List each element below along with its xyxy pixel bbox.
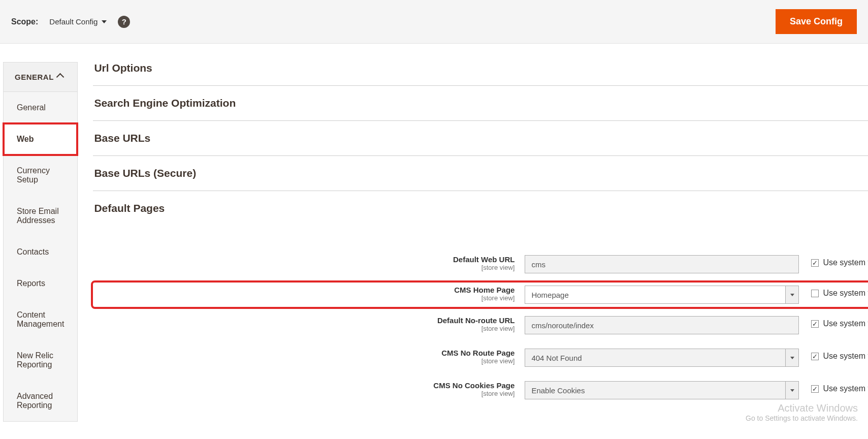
select-value: Homepage bbox=[531, 291, 568, 299]
caret-down-icon bbox=[102, 20, 107, 23]
section-base-urls-secure[interactable]: Base URLs (Secure) bbox=[93, 156, 868, 191]
cms-noroute-page-select: 404 Not Found bbox=[525, 349, 799, 367]
use-system-label: Use system value bbox=[823, 319, 868, 328]
section-title: Default Pages bbox=[94, 202, 165, 214]
default-web-url-input bbox=[525, 255, 799, 273]
section-url-options[interactable]: Url Options bbox=[93, 62, 868, 86]
save-config-button[interactable]: Save Config bbox=[776, 9, 857, 34]
use-system-wrap[interactable]: Use system value bbox=[799, 381, 868, 393]
select-caret bbox=[785, 382, 798, 399]
field-scope: [store view] bbox=[93, 357, 515, 365]
field-scope: [store view] bbox=[93, 390, 515, 397]
section-title: Search Engine Optimization bbox=[94, 97, 236, 109]
scope-value: Default Config bbox=[49, 17, 98, 26]
use-system-label: Use system value bbox=[823, 289, 868, 298]
select-caret bbox=[785, 286, 798, 303]
use-system-label: Use system value bbox=[823, 258, 868, 267]
cms-home-page-select[interactable]: Homepage bbox=[525, 286, 799, 304]
section-title: Base URLs (Secure) bbox=[94, 167, 196, 179]
help-icon[interactable]: ? bbox=[118, 16, 130, 28]
caret-down-icon bbox=[790, 389, 794, 392]
row-default-web-url: Default Web URL [store view] Use system … bbox=[93, 250, 868, 283]
sidebar-item-web[interactable]: Web bbox=[4, 123, 77, 155]
select-value: 404 Not Found bbox=[531, 354, 582, 362]
sidebar-item-reports[interactable]: Reports bbox=[4, 268, 77, 299]
field-input-wrap: Homepage bbox=[525, 286, 799, 304]
use-system-wrap[interactable]: Use system value bbox=[799, 255, 868, 267]
field-label-wrap: CMS No Cookies Page [store view] bbox=[93, 381, 525, 397]
main-panel: Url Options Search Engine Optimization B… bbox=[78, 62, 868, 411]
select-caret bbox=[785, 349, 798, 366]
select-value: Enable Cookies bbox=[531, 386, 585, 395]
use-system-checkbox[interactable] bbox=[811, 290, 819, 297]
sidebar-item-general[interactable]: General bbox=[4, 92, 77, 123]
default-pages-form: Default Web URL [store view] Use system … bbox=[93, 226, 868, 411]
section-title: Base URLs bbox=[94, 132, 150, 144]
sidebar: GENERAL General Web Currency Setup Store… bbox=[0, 62, 78, 422]
scope-select[interactable]: Default Config bbox=[49, 17, 107, 26]
field-scope: [store view] bbox=[93, 325, 515, 332]
section-default-pages[interactable]: Default Pages bbox=[93, 191, 868, 226]
field-label-wrap: CMS Home Page [store view] bbox=[93, 286, 525, 302]
sidebar-items: General Web Currency Setup Store Email A… bbox=[3, 92, 78, 422]
field-label-wrap: Default Web URL [store view] bbox=[93, 255, 525, 271]
content-wrap: GENERAL General Web Currency Setup Store… bbox=[0, 44, 868, 422]
use-system-checkbox[interactable] bbox=[811, 385, 819, 393]
field-label: Default Web URL bbox=[93, 255, 515, 264]
row-cms-noroute-page: CMS No Route Page [store view] 404 Not F… bbox=[93, 343, 868, 376]
field-label: CMS No Cookies Page bbox=[93, 381, 515, 390]
sidebar-item-contacts[interactable]: Contacts bbox=[4, 236, 77, 268]
use-system-checkbox[interactable] bbox=[811, 353, 819, 360]
field-label-wrap: CMS No Route Page [store view] bbox=[93, 349, 525, 365]
topbar-left: Scope: Default Config ? bbox=[11, 16, 130, 28]
use-system-wrap[interactable]: Use system value bbox=[799, 349, 868, 361]
cms-nocookies-page-select: Enable Cookies bbox=[525, 381, 799, 399]
row-show-breadcrumbs: Show Breadcrumbs for CMS Pages [store vi… bbox=[93, 409, 868, 411]
row-cms-nocookies-page: CMS No Cookies Page [store view] Enable … bbox=[93, 376, 868, 409]
use-system-checkbox[interactable] bbox=[811, 259, 819, 267]
row-default-noroute: Default No-route URL [store view] Use sy… bbox=[93, 311, 868, 343]
row-cms-home-page: CMS Home Page [store view] Homepage Use … bbox=[93, 283, 868, 307]
caret-down-icon bbox=[790, 357, 794, 359]
section-seo[interactable]: Search Engine Optimization bbox=[93, 86, 868, 121]
sidebar-item-advanced-reporting[interactable]: Advanced Reporting bbox=[4, 381, 77, 421]
topbar: Scope: Default Config ? Save Config bbox=[0, 0, 868, 44]
sidebar-item-currency-setup[interactable]: Currency Setup bbox=[4, 155, 77, 196]
field-input-wrap bbox=[525, 255, 799, 273]
section-title: Url Options bbox=[94, 62, 152, 74]
field-scope: [store view] bbox=[93, 294, 515, 302]
section-base-urls[interactable]: Base URLs bbox=[93, 121, 868, 156]
scope-label: Scope: bbox=[11, 17, 38, 26]
sidebar-group-general[interactable]: GENERAL bbox=[3, 62, 78, 92]
sidebar-item-new-relic[interactable]: New Relic Reporting bbox=[4, 340, 77, 381]
chevron-up-icon bbox=[56, 73, 65, 81]
use-system-wrap[interactable]: Use system value bbox=[799, 316, 868, 328]
use-system-label: Use system value bbox=[823, 384, 868, 393]
sidebar-group-label: GENERAL bbox=[15, 73, 54, 81]
use-system-wrap[interactable]: Use system value bbox=[799, 286, 868, 298]
use-system-checkbox[interactable] bbox=[811, 320, 819, 328]
default-noroute-input bbox=[525, 316, 799, 334]
sidebar-item-store-email[interactable]: Store Email Addresses bbox=[4, 196, 77, 236]
use-system-label: Use system value bbox=[823, 352, 868, 361]
field-label-wrap: Default No-route URL [store view] bbox=[93, 316, 525, 332]
field-label: Default No-route URL bbox=[93, 316, 515, 325]
caret-down-icon bbox=[790, 294, 794, 296]
field-input-wrap: Enable Cookies bbox=[525, 381, 799, 399]
field-label: CMS No Route Page bbox=[93, 349, 515, 357]
field-input-wrap bbox=[525, 316, 799, 334]
field-label: CMS Home Page bbox=[93, 286, 515, 294]
field-scope: [store view] bbox=[93, 264, 515, 271]
field-input-wrap: 404 Not Found bbox=[525, 349, 799, 367]
sidebar-item-content-management[interactable]: Content Management bbox=[4, 299, 77, 340]
